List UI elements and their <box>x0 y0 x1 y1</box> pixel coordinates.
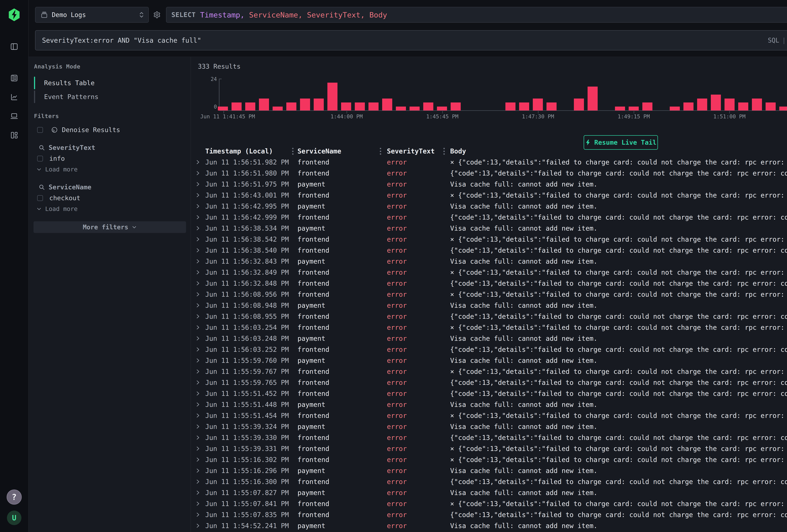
histogram-bar[interactable] <box>300 99 310 110</box>
sidebar-toggle-icon[interactable] <box>10 42 18 51</box>
column-resize-handle[interactable] <box>380 148 381 155</box>
column-header-body[interactable]: Body <box>450 146 466 156</box>
row-expand-chevron-icon[interactable] <box>196 498 200 509</box>
select-columns-input[interactable]: SELECT Timestamp, ServiceName, SeverityT… <box>166 7 787 23</box>
row-expand-chevron-icon[interactable] <box>196 377 200 388</box>
row-expand-chevron-icon[interactable] <box>196 454 200 465</box>
row-expand-chevron-icon[interactable] <box>196 278 200 289</box>
histogram-bar[interactable] <box>779 107 787 110</box>
table-row[interactable]: Jun 11 1:56:43.001 PMfrontenderror× {"co… <box>191 190 787 201</box>
nav-dashboards-icon[interactable] <box>10 131 18 139</box>
histogram-bar[interactable] <box>533 99 543 110</box>
row-expand-chevron-icon[interactable] <box>196 245 200 256</box>
row-expand-chevron-icon[interactable] <box>196 234 200 245</box>
table-row[interactable]: Jun 11 1:55:59.765 PMfrontenderror{"code… <box>191 377 787 388</box>
histogram-bar[interactable] <box>670 107 680 110</box>
histogram-bar[interactable] <box>327 83 338 110</box>
histogram-bar[interactable] <box>766 103 776 110</box>
histogram-bar[interactable] <box>437 107 447 110</box>
table-row[interactable]: Jun 11 1:56:51.980 PMfrontenderror{"code… <box>191 168 787 179</box>
table-row[interactable]: Jun 11 1:55:39.324 PMpaymenterrorVisa ca… <box>191 421 787 432</box>
language-sql-toggle[interactable]: SQL <box>768 37 779 44</box>
table-row[interactable]: Jun 11 1:56:38.540 PMfrontenderror{"code… <box>191 245 787 256</box>
row-expand-chevron-icon[interactable] <box>196 509 200 520</box>
table-row[interactable]: Jun 11 1:55:51.452 PMfrontenderror{"code… <box>191 388 787 399</box>
row-expand-chevron-icon[interactable] <box>196 421 200 432</box>
histogram-bar[interactable] <box>697 99 707 110</box>
analysis-mode-item[interactable]: Event Patterns <box>34 90 181 103</box>
table-row[interactable]: Jun 11 1:56:42.999 PMfrontenderror{"code… <box>191 212 787 223</box>
filter-option-checkbox[interactable] <box>37 195 43 201</box>
table-row[interactable]: Jun 11 1:56:51.975 PMpaymenterrorVisa ca… <box>191 179 787 190</box>
column-header-severitytext[interactable]: SeverityText <box>387 146 434 156</box>
table-row[interactable]: Jun 11 1:56:38.542 PMfrontenderror× {"co… <box>191 234 787 245</box>
histogram-bar[interactable] <box>409 107 420 110</box>
table-row[interactable]: Jun 11 1:55:39.331 PMfrontenderror× {"co… <box>191 443 787 454</box>
row-expand-chevron-icon[interactable] <box>196 289 200 300</box>
histogram-bar[interactable] <box>314 99 324 110</box>
source-settings-button[interactable] <box>153 11 161 19</box>
table-row[interactable]: Jun 11 1:56:32.848 PMfrontenderror{"code… <box>191 278 787 289</box>
row-expand-chevron-icon[interactable] <box>196 443 200 454</box>
row-expand-chevron-icon[interactable] <box>196 333 200 344</box>
histogram-bar[interactable] <box>368 103 379 110</box>
table-row[interactable]: Jun 11 1:55:51.448 PMpaymenterrorVisa ca… <box>191 399 787 410</box>
load-more-button[interactable]: Load more <box>36 167 184 172</box>
row-expand-chevron-icon[interactable] <box>196 399 200 410</box>
histogram-bar[interactable] <box>519 103 529 110</box>
table-row[interactable]: Jun 11 1:55:07.827 PMpaymenterrorVisa ca… <box>191 487 787 498</box>
table-row[interactable]: Jun 11 1:56:51.982 PMfrontenderror× {"co… <box>191 156 787 168</box>
histogram-bar[interactable] <box>547 103 557 110</box>
histogram-bar[interactable] <box>396 107 406 110</box>
filter-option-checkbox[interactable] <box>37 156 43 162</box>
table-row[interactable]: Jun 11 1:55:16.302 PMfrontenderror× {"co… <box>191 454 787 465</box>
row-expand-chevron-icon[interactable] <box>196 476 200 487</box>
row-expand-chevron-icon[interactable] <box>196 520 200 531</box>
histogram-bar[interactable] <box>588 87 598 110</box>
table-row[interactable]: Jun 11 1:55:39.330 PMfrontenderror{"code… <box>191 432 787 443</box>
nav-sessions-icon[interactable] <box>10 112 18 120</box>
column-header-timestamp[interactable]: Timestamp (Local) <box>205 146 273 156</box>
table-row[interactable]: Jun 11 1:56:42.995 PMpaymenterrorVisa ca… <box>191 201 787 212</box>
table-row[interactable]: Jun 11 1:56:03.252 PMfrontenderror{"code… <box>191 344 787 355</box>
histogram-bar[interactable] <box>574 99 584 110</box>
histogram-bar[interactable] <box>286 103 296 110</box>
row-expand-chevron-icon[interactable] <box>196 311 200 322</box>
table-row[interactable]: Jun 11 1:56:03.254 PMfrontenderror× {"co… <box>191 322 787 333</box>
row-expand-chevron-icon[interactable] <box>196 322 200 333</box>
row-expand-chevron-icon[interactable] <box>196 156 200 168</box>
row-expand-chevron-icon[interactable] <box>196 344 200 355</box>
denoise-checkbox[interactable] <box>37 127 43 133</box>
column-resize-handle[interactable] <box>443 148 445 155</box>
row-expand-chevron-icon[interactable] <box>196 366 200 377</box>
table-row[interactable]: Jun 11 1:55:16.296 PMpaymenterrorVisa ca… <box>191 465 787 476</box>
nav-chart-icon[interactable] <box>10 93 18 101</box>
histogram-bar[interactable] <box>505 103 515 110</box>
histogram-bar[interactable] <box>752 99 762 110</box>
table-row[interactable]: Jun 11 1:55:51.454 PMfrontenderror× {"co… <box>191 410 787 421</box>
column-header-servicename[interactable]: ServiceName <box>297 146 341 156</box>
row-expand-chevron-icon[interactable] <box>196 168 200 179</box>
row-expand-chevron-icon[interactable] <box>196 300 200 311</box>
row-expand-chevron-icon[interactable] <box>196 410 200 421</box>
histogram-bar[interactable] <box>423 103 433 110</box>
row-expand-chevron-icon[interactable] <box>196 267 200 278</box>
nav-search-logs-icon[interactable] <box>10 74 18 82</box>
source-select[interactable]: Demo Logs <box>35 7 149 23</box>
row-expand-chevron-icon[interactable] <box>196 256 200 267</box>
row-expand-chevron-icon[interactable] <box>196 465 200 476</box>
histogram-bar[interactable] <box>232 103 241 110</box>
table-row[interactable]: Jun 11 1:55:07.841 PMfrontenderror× {"co… <box>191 498 787 509</box>
histogram-bar[interactable] <box>683 103 694 110</box>
histogram-bar[interactable] <box>642 103 653 110</box>
histogram-bar[interactable] <box>382 99 392 110</box>
row-expand-chevron-icon[interactable] <box>196 190 200 201</box>
row-expand-chevron-icon[interactable] <box>196 388 200 399</box>
histogram-bar[interactable] <box>711 94 721 110</box>
histogram-bar[interactable] <box>245 103 255 110</box>
table-row[interactable]: Jun 11 1:55:07.835 PMfrontenderror{"code… <box>191 509 787 520</box>
more-filters-button[interactable]: More filters <box>34 221 186 233</box>
table-row[interactable]: Jun 11 1:56:03.248 PMpaymenterrorVisa ca… <box>191 333 787 344</box>
row-expand-chevron-icon[interactable] <box>196 355 200 366</box>
histogram-bar[interactable] <box>341 103 351 110</box>
